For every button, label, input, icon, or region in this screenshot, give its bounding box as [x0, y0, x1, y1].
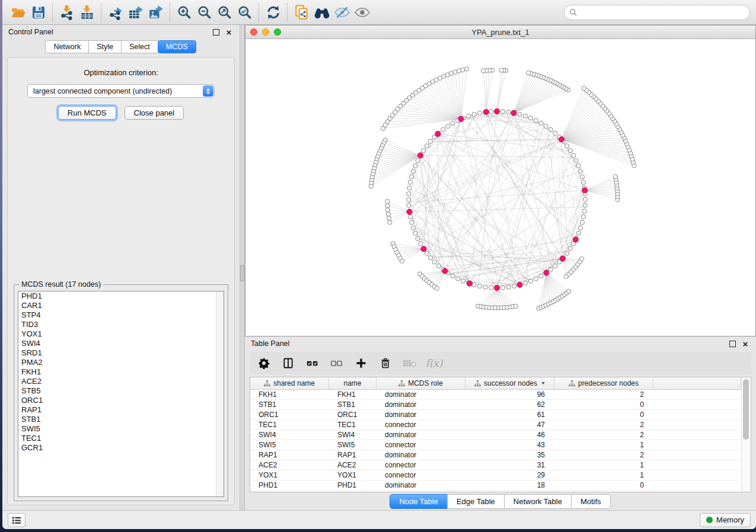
- tab-edge-table[interactable]: Edge Table: [447, 494, 505, 509]
- export-table-icon[interactable]: [126, 3, 146, 22]
- toolbar-separator: [101, 4, 102, 21]
- mcds-result-item[interactable]: SWI5: [18, 424, 224, 434]
- table-row[interactable]: YOX1YOX1connector291: [250, 470, 741, 480]
- eye-icon[interactable]: [352, 3, 372, 22]
- mcds-result-item[interactable]: TEC1: [18, 434, 224, 443]
- table-cell: 1: [554, 441, 653, 449]
- close-panel-icon[interactable]: ×: [224, 27, 234, 37]
- save-floppy-icon[interactable]: [28, 3, 49, 22]
- task-history-button[interactable]: [8, 513, 25, 527]
- panel-splitter[interactable]: [240, 25, 245, 510]
- mcds-result-item[interactable]: CAR1: [18, 301, 224, 310]
- memory-button[interactable]: Memory: [700, 513, 751, 527]
- column-header-MCDS-role[interactable]: MCDS role: [377, 377, 465, 389]
- column-header-name[interactable]: name: [329, 377, 377, 389]
- export-network-icon[interactable]: [106, 3, 126, 22]
- mcds-result-item[interactable]: GCR1: [18, 443, 224, 453]
- node-table-header-row: shared namenameMCDS rolesuccessor nodesp…: [250, 377, 741, 390]
- table-row[interactable]: RAP1RAP1dominator352: [250, 450, 741, 460]
- search-input[interactable]: [580, 8, 745, 17]
- table-cell: ORC1: [250, 411, 329, 419]
- mcds-result-item[interactable]: STB5: [18, 386, 224, 396]
- mcds-result-item[interactable]: SWI4: [18, 339, 224, 348]
- network-window-titlebar[interactable]: YPA_prune.txt_1: [245, 25, 755, 39]
- add-column-icon[interactable]: [354, 356, 368, 370]
- mcds-list-scrollbar[interactable]: [216, 291, 224, 496]
- splitter-handle[interactable]: [240, 265, 244, 281]
- import-network-icon[interactable]: [57, 3, 77, 22]
- columns-icon[interactable]: [281, 356, 295, 370]
- table-cell: dominator: [377, 451, 465, 459]
- mcds-result-item[interactable]: PHD1: [18, 291, 224, 301]
- zoom-out-icon[interactable]: [194, 3, 215, 22]
- table-row[interactable]: TEC1TEC1connector472: [250, 420, 741, 430]
- mcds-result-item[interactable]: PMA2: [18, 358, 224, 367]
- uncheck-all-icon[interactable]: [330, 356, 344, 370]
- zoom-traffic-light[interactable]: [274, 28, 281, 36]
- minimize-traffic-light[interactable]: [262, 28, 269, 36]
- column-header-predecessor-nodes[interactable]: predecessor nodes: [554, 377, 653, 389]
- import-table-icon[interactable]: [77, 3, 97, 22]
- table-scrollbar[interactable]: [741, 377, 751, 492]
- refresh-icon[interactable]: [263, 3, 283, 22]
- mcds-result-item[interactable]: ORC1: [18, 396, 224, 405]
- table-cell: dominator: [377, 481, 465, 489]
- column-menu-icon[interactable]: [541, 382, 545, 384]
- float-table-panel-icon[interactable]: [728, 339, 737, 348]
- check-all-icon[interactable]: [305, 356, 320, 370]
- table-scrollbar-thumb[interactable]: [743, 379, 749, 440]
- open-folder-icon[interactable]: [8, 3, 28, 22]
- mcds-result-item[interactable]: YOX1: [18, 329, 224, 339]
- tab-style[interactable]: Style: [88, 40, 122, 53]
- close-table-panel-icon[interactable]: ×: [741, 339, 750, 348]
- mcds-result-item[interactable]: STB1: [18, 415, 224, 424]
- zoom-selected-icon[interactable]: [235, 3, 255, 22]
- delete-column-icon[interactable]: [378, 356, 393, 370]
- table-cell: YOX1: [329, 471, 377, 479]
- float-panel-icon[interactable]: [211, 27, 221, 37]
- gear-icon[interactable]: [257, 356, 271, 370]
- table-row[interactable]: FKH1FKH1dominator962: [250, 390, 741, 400]
- zoom-in-icon[interactable]: [174, 3, 194, 22]
- network-graph[interactable]: [245, 39, 755, 336]
- zoom-fit-icon[interactable]: [215, 3, 235, 22]
- table-cell: SWI5: [250, 441, 329, 449]
- shared-column-icon: [569, 380, 575, 387]
- table-cell: connector: [377, 461, 465, 469]
- run-mcds-button[interactable]: Run MCDS: [58, 106, 116, 120]
- mcds-result-item[interactable]: ACE2: [18, 377, 224, 386]
- mcds-result-item[interactable]: FKH1: [18, 367, 224, 377]
- close-traffic-light[interactable]: [250, 28, 257, 36]
- mcds-result-item[interactable]: STP4: [18, 310, 224, 320]
- tab-select[interactable]: Select: [121, 40, 158, 53]
- table-row[interactable]: ORC1ORC1dominator610: [250, 410, 741, 420]
- tab-network-table[interactable]: Network Table: [504, 494, 572, 509]
- binoculars-icon[interactable]: [312, 3, 332, 22]
- table-row[interactable]: PHD1PHD1dominator180: [250, 480, 741, 491]
- control-panel: Control Panel × NetworkStyleSelectMCDS O…: [2, 25, 240, 510]
- tab-node-table[interactable]: Node Table: [390, 494, 448, 509]
- network-canvas[interactable]: [245, 39, 755, 336]
- close-panel-button[interactable]: Close panel: [125, 106, 184, 120]
- export-image-icon[interactable]: [146, 3, 166, 22]
- search-field[interactable]: [564, 5, 750, 20]
- mcds-result-item[interactable]: RAP1: [18, 405, 224, 415]
- tab-motifs[interactable]: Motifs: [571, 494, 611, 509]
- clone-network-icon[interactable]: [292, 3, 312, 22]
- table-cell: connector: [377, 471, 465, 479]
- eye-slash-icon[interactable]: [332, 3, 352, 22]
- table-row[interactable]: SWI5SWI5connector431: [250, 440, 741, 450]
- table-row[interactable]: SWI4SWI4dominator462: [250, 430, 741, 440]
- table-cell: 46: [465, 431, 554, 439]
- criterion-select[interactable]: largest connected component (undirected): [27, 84, 215, 98]
- mcds-result-list[interactable]: PHD1CAR1STP4TID3YOX1SWI4SRD1PMA2FKH1ACE2…: [18, 291, 224, 497]
- column-header-successor-nodes[interactable]: successor nodes: [465, 377, 554, 389]
- mcds-result-item[interactable]: TID3: [18, 320, 224, 329]
- criterion-select-value: largest connected component (undirected): [33, 87, 172, 95]
- table-row[interactable]: ACE2ACE2connector311: [250, 460, 741, 470]
- column-header-shared-name[interactable]: shared name: [250, 377, 329, 389]
- tab-mcds[interactable]: MCDS: [158, 40, 196, 53]
- table-row[interactable]: STB1STB1dominator620: [250, 400, 741, 410]
- tab-network[interactable]: Network: [45, 40, 89, 53]
- mcds-result-item[interactable]: SRD1: [18, 348, 224, 358]
